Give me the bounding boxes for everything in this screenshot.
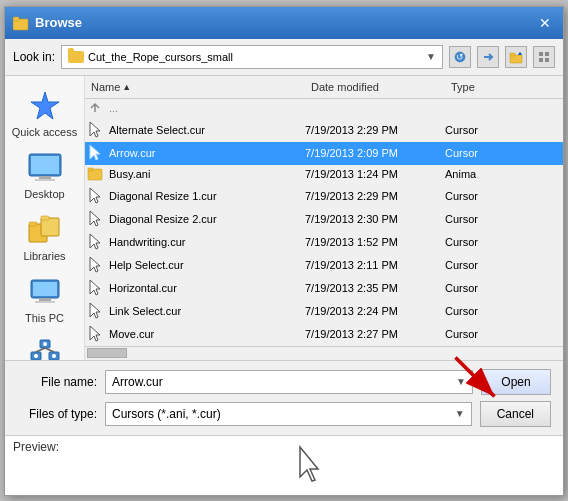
sidebar-item-network[interactable]: Network — [9, 332, 81, 360]
file-type: Cursor — [441, 281, 521, 295]
look-in-label: Look in: — [13, 50, 55, 64]
network-icon — [25, 336, 65, 360]
sidebar-item-this-pc[interactable]: This PC — [9, 270, 81, 328]
file-date: 7/19/2013 2:09 PM — [301, 146, 441, 160]
svg-point-30 — [43, 342, 47, 346]
file-type: Cursor — [441, 258, 521, 272]
up-button[interactable] — [505, 46, 527, 68]
preview-content — [67, 440, 555, 490]
cancel-button[interactable]: Cancel — [480, 401, 551, 427]
preview-label: Preview: — [13, 440, 59, 454]
horizontal-scrollbar[interactable] — [85, 346, 563, 360]
file-icon — [85, 167, 105, 181]
file-date: 7/19/2013 2:24 PM — [301, 304, 441, 318]
file-list-container: Name ▲ Date modified Type ... Alternate … — [85, 76, 563, 360]
file-row-up[interactable]: ... — [85, 99, 563, 119]
file-icon — [85, 279, 105, 297]
svg-rect-12 — [31, 156, 59, 174]
file-list-header: Name ▲ Date modified Type — [85, 76, 563, 99]
filename-dropdown-icon: ▼ — [456, 376, 466, 387]
file-date: 7/19/2013 2:35 PM — [301, 281, 441, 295]
table-row[interactable]: Help Select.cur 7/19/2013 2:11 PM Cursor — [85, 254, 563, 277]
filetype-dropdown-icon: ▼ — [455, 408, 465, 419]
file-icon — [85, 256, 105, 274]
toolbar: Look in: Cut_the_Rope_cursors_small ▼ ↺ — [5, 39, 563, 76]
file-type: Cursor — [441, 327, 521, 341]
cancel-button-area: Cancel — [480, 401, 551, 427]
current-folder-text: Cut_the_Rope_cursors_small — [88, 51, 233, 63]
filename-input[interactable]: Arrow.cur ▼ — [105, 370, 473, 394]
file-date: 7/19/2013 1:52 PM — [301, 235, 441, 249]
file-name: Help Select.cur — [105, 258, 301, 272]
this-pc-icon — [25, 274, 65, 310]
column-header-type[interactable]: Type — [445, 79, 525, 95]
file-type: Cursor — [441, 189, 521, 203]
table-row[interactable]: Link Select.cur 7/19/2013 2:24 PM Cursor — [85, 300, 563, 323]
sort-arrow-icon: ▲ — [122, 82, 131, 92]
look-in-input[interactable]: Cut_the_Rope_cursors_small ▼ — [61, 45, 443, 69]
preview-cursor-image — [296, 445, 326, 485]
filename-label: File name: — [17, 375, 97, 389]
table-row[interactable]: Arrow.cur 7/19/2013 2:09 PM Cursor — [85, 142, 563, 165]
file-date: 7/19/2013 2:27 PM — [301, 327, 441, 341]
action-buttons: Open — [481, 369, 551, 395]
sidebar-item-quick-access[interactable]: Quick access — [9, 84, 81, 142]
up-icon — [85, 102, 105, 114]
svg-rect-8 — [539, 58, 543, 62]
table-row[interactable]: Move.cur 7/19/2013 2:27 PM Cursor — [85, 323, 563, 346]
table-row[interactable]: Diagonal Resize 1.cur 7/19/2013 2:29 PM … — [85, 185, 563, 208]
table-row[interactable]: Alternate Select.cur 7/19/2013 2:29 PM C… — [85, 119, 563, 142]
file-icon — [85, 210, 105, 228]
svg-rect-1 — [13, 17, 19, 21]
svg-rect-6 — [539, 52, 543, 56]
column-header-date[interactable]: Date modified — [305, 79, 445, 95]
file-date: 7/19/2013 2:29 PM — [301, 123, 441, 137]
close-button[interactable]: ✕ — [535, 13, 555, 33]
svg-rect-14 — [35, 179, 55, 181]
svg-rect-22 — [35, 301, 55, 303]
file-name: Move.cur — [105, 327, 301, 341]
h-scroll-thumb[interactable] — [87, 348, 127, 358]
folder-icon — [13, 15, 29, 31]
content-area: Quick access Desktop — [5, 76, 563, 360]
title-bar: Browse ✕ — [5, 7, 563, 39]
filetype-input[interactable]: Cursors (*.ani, *.cur) ▼ — [105, 402, 472, 426]
svg-text:↺: ↺ — [456, 52, 464, 62]
forward-button[interactable] — [477, 46, 499, 68]
file-icon — [85, 302, 105, 320]
dialog-title: Browse — [35, 15, 82, 30]
filename-value: Arrow.cur — [112, 375, 163, 389]
libraries-icon — [25, 212, 65, 248]
file-name: Horizontal.cur — [105, 281, 301, 295]
file-type: Cursor — [441, 146, 521, 160]
sidebar: Quick access Desktop — [5, 76, 85, 360]
file-icon — [85, 144, 105, 162]
sidebar-item-libraries[interactable]: Libraries — [9, 208, 81, 266]
table-row[interactable]: Diagonal Resize 2.cur 7/19/2013 2:30 PM … — [85, 208, 563, 231]
column-header-name[interactable]: Name ▲ — [85, 79, 305, 95]
sidebar-item-desktop[interactable]: Desktop — [9, 146, 81, 204]
bottom-panel: File name: Arrow.cur ▼ Open Files of typ… — [5, 360, 563, 435]
filename-row: File name: Arrow.cur ▼ Open — [17, 369, 551, 395]
this-pc-label: This PC — [25, 312, 64, 324]
svg-rect-16 — [29, 222, 37, 226]
quick-access-label: Quick access — [12, 126, 77, 138]
file-list[interactable]: ... Alternate Select.cur 7/19/2013 2:29 … — [85, 99, 563, 346]
filetype-label: Files of type: — [17, 407, 97, 421]
open-button[interactable]: Open — [481, 369, 551, 395]
desktop-label: Desktop — [24, 188, 64, 200]
svg-rect-20 — [33, 282, 57, 296]
file-icon — [85, 187, 105, 205]
table-row[interactable]: Handwriting.cur 7/19/2013 1:52 PM Cursor — [85, 231, 563, 254]
desktop-icon — [25, 150, 65, 186]
file-date: 7/19/2013 1:24 PM — [301, 167, 441, 181]
svg-rect-32 — [88, 168, 93, 171]
filetype-row: Files of type: Cursors (*.ani, *.cur) ▼ … — [17, 401, 551, 427]
file-icon — [85, 121, 105, 139]
file-name: Diagonal Resize 1.cur — [105, 189, 301, 203]
table-row[interactable]: Busy.ani 7/19/2013 1:24 PM Anima — [85, 165, 563, 185]
dropdown-arrow-icon: ▼ — [426, 51, 436, 62]
table-row[interactable]: Horizontal.cur 7/19/2013 2:35 PM Cursor — [85, 277, 563, 300]
views-button[interactable] — [533, 46, 555, 68]
back-button[interactable]: ↺ — [449, 46, 471, 68]
